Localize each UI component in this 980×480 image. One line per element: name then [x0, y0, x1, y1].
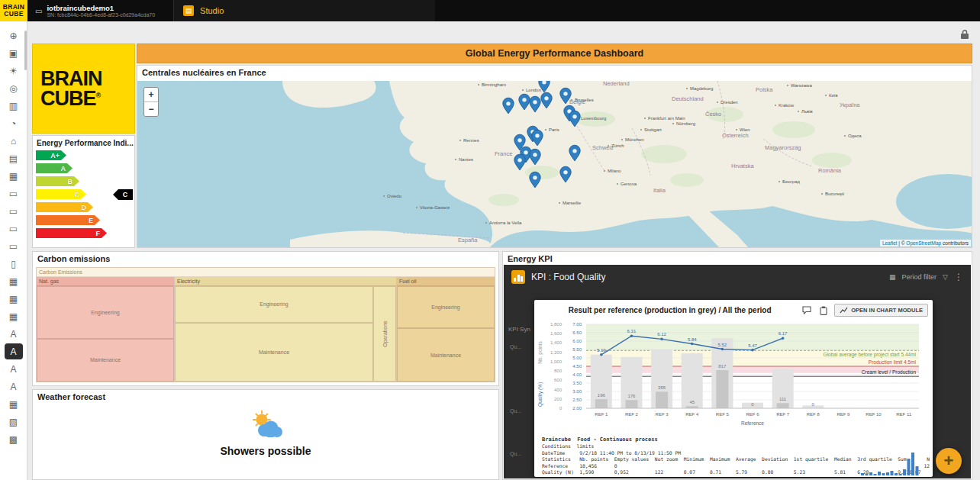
dashboard-grid-icon[interactable]: ▦ [5, 168, 23, 184]
svg-text:5.84: 5.84 [688, 337, 697, 342]
svg-text:1,400: 1,400 [550, 340, 563, 345]
map[interactable]: FranceDeutschlandEspañaItaliaÖsterreichČ… [137, 81, 972, 247]
grid-widget-icon[interactable]: ▦ [5, 308, 23, 324]
weather-widget-title: Weather forecast [33, 390, 498, 404]
period-filter-button[interactable]: Period filter [902, 273, 937, 281]
braincube-logo[interactable]: BRAIN CUBE [0, 0, 27, 21]
brightness-icon[interactable]: ☀ [5, 63, 23, 79]
map-city-label: Київ [829, 93, 838, 98]
panel-title: Result per reference (production in grey… [539, 306, 796, 314]
screen-widget-icon[interactable]: ▭ [5, 221, 23, 237]
gauge-icon[interactable]: ◔ [5, 115, 23, 131]
map-country-label: Schweiz [592, 144, 614, 151]
web-preview-icon[interactable]: ⊕ [5, 27, 23, 43]
map-widget-title: Centrales nucléaires en France [137, 66, 972, 79]
screen-widget-icon[interactable]: ▭ [5, 185, 23, 201]
comment-icon[interactable] [801, 305, 813, 316]
add-button[interactable]: + [936, 448, 962, 474]
carbon-treemap: Carbon Emissions Nat. gasEngineeringMain… [36, 267, 495, 382]
dashboard-title: Global Energy Performance Dashboard [466, 48, 643, 59]
filter-icon[interactable]: ▽ [943, 273, 948, 281]
weather-status: Showers possible [33, 445, 498, 457]
text-widget-icon[interactable]: A [5, 361, 23, 377]
map-zoom-control: + − [143, 87, 159, 117]
sun-cloud-icon [33, 410, 498, 443]
map-country-label: Deutschland [672, 95, 704, 102]
map-city-label: Frankfurt am Main [648, 116, 685, 121]
leaflet-link[interactable]: Leaflet [882, 240, 898, 246]
kpi-app-icon [511, 270, 525, 284]
camera-icon[interactable]: ▣ [5, 45, 23, 61]
clipboard-icon[interactable] [817, 305, 830, 316]
columns-icon[interactable]: ▤ [5, 150, 23, 166]
zoom-in-button[interactable]: + [144, 88, 158, 101]
svg-text:REF 9: REF 9 [837, 412, 850, 417]
layout-widget-icon[interactable]: ▧ [5, 414, 23, 430]
kpi-side-item: Qu... [510, 344, 521, 350]
svg-text:111: 111 [779, 397, 787, 401]
panel-header: Result per reference (production in grey… [534, 300, 933, 318]
open-in-chart-module-button[interactable]: OPEN IN CHART MODULE [834, 304, 928, 317]
svg-text:5.50: 5.50 [572, 347, 582, 352]
kpi-side-tab[interactable]: KPI Syn [508, 326, 530, 333]
svg-text:800: 800 [554, 369, 563, 373]
osm-link[interactable]: OpenStreetMap [906, 240, 941, 246]
map-country-label: Česko [705, 111, 721, 118]
svg-text:176: 176 [627, 394, 636, 398]
text-widget-icon[interactable]: A [5, 379, 23, 395]
map-country-label: Nederland [603, 81, 630, 87]
svg-text:Cream level / Production: Cream level / Production [862, 369, 917, 375]
text-widget-icon[interactable]: A [5, 326, 23, 342]
svg-text:REF 2: REF 2 [625, 412, 639, 417]
map-attribution: Leaflet | © OpenStreetMap contributors [880, 240, 971, 246]
svg-text:4.00: 4.00 [572, 372, 582, 377]
treemap-column-header: Nat. gas [37, 277, 174, 286]
map-city-label: Львів [801, 109, 813, 114]
tablet-widget-icon[interactable]: ▯ [5, 256, 23, 272]
svg-text:6.50: 6.50 [572, 330, 582, 335]
dashboard-title-bar: Global Energy Performance Dashboard [137, 43, 972, 63]
mini-bar-chart [861, 448, 922, 475]
map-city-label: Marseille [563, 201, 582, 205]
map-city-label: Oviedo [387, 194, 402, 198]
map-city-label: Одеса [848, 134, 862, 138]
screen-widget-icon[interactable]: ▭ [5, 238, 23, 254]
svg-text:6.00: 6.00 [572, 339, 582, 343]
svg-text:6.31: 6.31 [627, 329, 637, 333]
svg-text:5.00: 5.00 [572, 356, 582, 360]
svg-text:196: 196 [598, 393, 606, 398]
map-city-label: Bruxelles [575, 98, 594, 102]
bar-chart-icon[interactable]: ▥ [5, 98, 23, 114]
location-icon[interactable]: ◎ [5, 80, 23, 96]
apps-icon[interactable]: ▩ [5, 431, 23, 447]
tab-studio[interactable]: ▤ Studio [173, 0, 435, 21]
svg-text:7.00: 7.00 [572, 322, 582, 327]
device-info[interactable]: ▭ iotbraincubedemo1 SN: fcbc844c-04b6-4e… [27, 0, 163, 21]
svg-text:3.00: 3.00 [572, 389, 582, 394]
logo-text-line1: BRAIN [40, 69, 134, 89]
screen-widget-icon[interactable]: ▭ [5, 203, 23, 219]
svg-text:Quality (%): Quality (%) [537, 382, 543, 407]
tab-label: Studio [200, 6, 224, 15]
home-icon[interactable]: ⌂ [5, 133, 23, 149]
svg-text:817: 817 [718, 364, 727, 369]
lock-icon[interactable] [960, 29, 969, 43]
zoom-out-button[interactable]: − [144, 101, 158, 116]
svg-text:200: 200 [554, 397, 563, 401]
grid-widget-icon[interactable]: ▦ [5, 396, 23, 412]
svg-text:3.50: 3.50 [572, 381, 582, 385]
treemap-cell-operations: Operations [373, 286, 396, 382]
energy-rating-c: C [36, 189, 86, 199]
svg-text:5.52: 5.52 [718, 343, 727, 347]
map-city-label: Milano [608, 169, 621, 173]
grid-widget-icon[interactable]: ▦ [5, 291, 23, 307]
text-widget-icon[interactable]: A [5, 343, 23, 359]
topbar: BRAIN CUBE ▭ iotbraincubedemo1 SN: fcbc8… [0, 0, 980, 21]
kebab-menu-icon[interactable]: ⋮ [954, 272, 963, 282]
energy-performance-widget: Energy Performance Indi... A+ABCDEFC [32, 135, 135, 248]
sidebar-scrollbar[interactable] [24, 31, 27, 70]
svg-text:REF 11: REF 11 [896, 412, 912, 417]
calendar-icon: ▦ [889, 273, 896, 281]
grid-widget-icon[interactable]: ▦ [5, 273, 23, 289]
map-city-label: Stuttgart [644, 127, 662, 132]
